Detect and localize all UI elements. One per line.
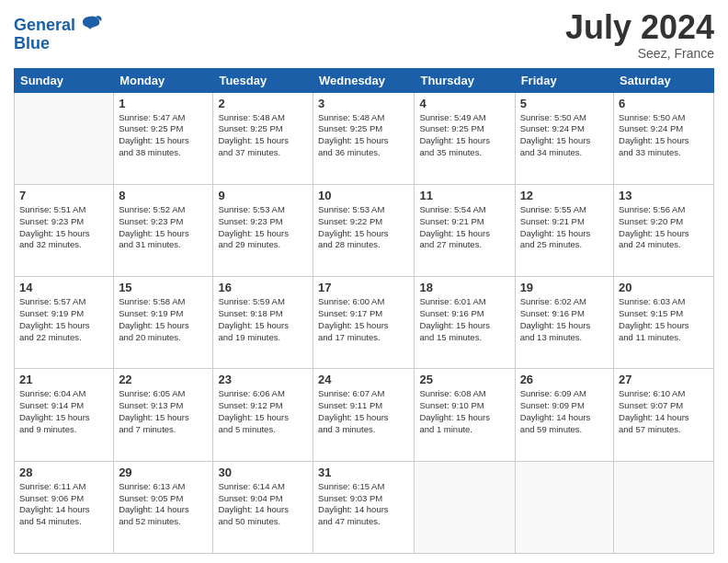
day-number: 12	[520, 189, 609, 202]
day-number: 20	[619, 281, 709, 294]
logo-text: General	[14, 17, 75, 35]
calendar-cell: 29Sunrise: 6:13 AMSunset: 9:05 PMDayligh…	[114, 461, 213, 553]
day-number: 16	[218, 281, 308, 294]
day-info: Sunrise: 6:00 AMSunset: 9:17 PMDaylight:…	[318, 296, 409, 343]
day-info: Sunrise: 5:57 AMSunset: 9:19 PMDaylight:…	[19, 296, 108, 343]
day-number: 3	[318, 97, 409, 110]
calendar-cell: 31Sunrise: 6:15 AMSunset: 9:03 PMDayligh…	[313, 461, 415, 553]
day-number: 4	[419, 97, 509, 110]
day-info: Sunrise: 5:50 AMSunset: 9:24 PMDaylight:…	[520, 112, 609, 159]
day-info: Sunrise: 6:04 AMSunset: 9:14 PMDaylight:…	[19, 388, 108, 435]
day-number: 9	[218, 189, 308, 202]
day-number: 30	[218, 465, 308, 479]
header: General Blue July 2024 Seez, France	[14, 9, 714, 61]
day-info: Sunrise: 5:56 AMSunset: 9:20 PMDaylight:…	[619, 204, 709, 251]
page: General Blue July 2024 Seez, France Sund…	[0, 0, 728, 563]
header-thursday: Thursday	[415, 68, 515, 92]
calendar-cell: 6Sunrise: 5:50 AMSunset: 9:24 PMDaylight…	[614, 92, 714, 184]
day-number: 29	[119, 465, 208, 479]
day-info: Sunrise: 5:53 AMSunset: 9:22 PMDaylight:…	[318, 204, 409, 251]
day-info: Sunrise: 6:07 AMSunset: 9:11 PMDaylight:…	[318, 388, 409, 435]
calendar-cell	[415, 461, 515, 553]
day-info: Sunrise: 6:15 AMSunset: 9:03 PMDaylight:…	[318, 481, 409, 528]
calendar-cell: 1Sunrise: 5:47 AMSunset: 9:25 PMDaylight…	[114, 92, 213, 184]
calendar-cell	[515, 461, 613, 553]
day-number: 6	[619, 97, 709, 110]
calendar-cell: 27Sunrise: 6:10 AMSunset: 9:07 PMDayligh…	[614, 369, 714, 461]
day-number: 13	[619, 189, 709, 202]
day-number: 5	[520, 97, 609, 110]
calendar-cell: 13Sunrise: 5:56 AMSunset: 9:20 PMDayligh…	[614, 184, 714, 276]
day-number: 10	[318, 189, 409, 202]
calendar-cell: 8Sunrise: 5:52 AMSunset: 9:23 PMDaylight…	[114, 184, 213, 276]
header-friday: Friday	[515, 68, 613, 92]
day-number: 2	[218, 97, 308, 110]
calendar-cell: 24Sunrise: 6:07 AMSunset: 9:11 PMDayligh…	[313, 369, 415, 461]
day-number: 1	[119, 97, 208, 110]
day-info: Sunrise: 6:09 AMSunset: 9:09 PMDaylight:…	[520, 388, 609, 435]
day-info: Sunrise: 5:47 AMSunset: 9:25 PMDaylight:…	[119, 112, 208, 159]
calendar-cell: 10Sunrise: 5:53 AMSunset: 9:22 PMDayligh…	[313, 184, 415, 276]
day-info: Sunrise: 6:11 AMSunset: 9:06 PMDaylight:…	[19, 481, 108, 528]
calendar-cell: 4Sunrise: 5:49 AMSunset: 9:25 PMDaylight…	[415, 92, 515, 184]
calendar-cell: 16Sunrise: 5:59 AMSunset: 9:18 PMDayligh…	[213, 277, 313, 369]
day-number: 22	[119, 373, 208, 386]
header-saturday: Saturday	[614, 68, 714, 92]
calendar-cell: 26Sunrise: 6:09 AMSunset: 9:09 PMDayligh…	[515, 369, 613, 461]
day-info: Sunrise: 6:02 AMSunset: 9:16 PMDaylight:…	[520, 296, 609, 343]
calendar-cell	[614, 461, 714, 553]
calendar-cell: 17Sunrise: 6:00 AMSunset: 9:17 PMDayligh…	[313, 277, 415, 369]
calendar-cell: 9Sunrise: 5:53 AMSunset: 9:23 PMDaylight…	[213, 184, 313, 276]
day-number: 18	[419, 281, 509, 294]
logo-bird-icon	[77, 13, 103, 39]
day-info: Sunrise: 5:49 AMSunset: 9:25 PMDaylight:…	[419, 112, 509, 159]
day-info: Sunrise: 6:14 AMSunset: 9:04 PMDaylight:…	[218, 481, 308, 528]
header-tuesday: Tuesday	[213, 68, 313, 92]
day-info: Sunrise: 5:55 AMSunset: 9:21 PMDaylight:…	[520, 204, 609, 251]
logo: General Blue	[14, 13, 103, 53]
calendar-cell: 3Sunrise: 5:48 AMSunset: 9:25 PMDaylight…	[313, 92, 415, 184]
day-number: 14	[19, 281, 108, 294]
calendar-cell: 22Sunrise: 6:05 AMSunset: 9:13 PMDayligh…	[114, 369, 213, 461]
header-sunday: Sunday	[15, 68, 114, 92]
calendar-table: SundayMondayTuesdayWednesdayThursdayFrid…	[14, 68, 714, 554]
calendar-cell: 25Sunrise: 6:08 AMSunset: 9:10 PMDayligh…	[415, 369, 515, 461]
day-number: 11	[419, 189, 509, 202]
day-number: 15	[119, 281, 208, 294]
day-info: Sunrise: 5:51 AMSunset: 9:23 PMDaylight:…	[19, 204, 108, 251]
week-row-3: 14Sunrise: 5:57 AMSunset: 9:19 PMDayligh…	[15, 277, 714, 369]
day-info: Sunrise: 5:53 AMSunset: 9:23 PMDaylight:…	[218, 204, 308, 251]
calendar-cell: 19Sunrise: 6:02 AMSunset: 9:16 PMDayligh…	[515, 277, 613, 369]
day-number: 7	[19, 189, 108, 202]
header-wednesday: Wednesday	[313, 68, 415, 92]
month-title: July 2024	[565, 9, 714, 46]
day-number: 27	[619, 373, 709, 386]
day-number: 23	[218, 373, 308, 386]
calendar-cell: 30Sunrise: 6:14 AMSunset: 9:04 PMDayligh…	[213, 461, 313, 553]
day-info: Sunrise: 5:52 AMSunset: 9:23 PMDaylight:…	[119, 204, 208, 251]
calendar-cell: 12Sunrise: 5:55 AMSunset: 9:21 PMDayligh…	[515, 184, 613, 276]
day-number: 26	[520, 373, 609, 386]
day-info: Sunrise: 6:13 AMSunset: 9:05 PMDaylight:…	[119, 481, 208, 528]
calendar-cell: 28Sunrise: 6:11 AMSunset: 9:06 PMDayligh…	[15, 461, 114, 553]
calendar-cell	[15, 92, 114, 184]
header-monday: Monday	[114, 68, 213, 92]
day-number: 31	[318, 465, 409, 479]
day-info: Sunrise: 6:10 AMSunset: 9:07 PMDaylight:…	[619, 388, 709, 435]
week-row-5: 28Sunrise: 6:11 AMSunset: 9:06 PMDayligh…	[15, 461, 714, 553]
week-row-4: 21Sunrise: 6:04 AMSunset: 9:14 PMDayligh…	[15, 369, 714, 461]
day-info: Sunrise: 5:50 AMSunset: 9:24 PMDaylight:…	[619, 112, 709, 159]
calendar-cell: 23Sunrise: 6:06 AMSunset: 9:12 PMDayligh…	[213, 369, 313, 461]
day-number: 25	[419, 373, 509, 386]
calendar-cell: 21Sunrise: 6:04 AMSunset: 9:14 PMDayligh…	[15, 369, 114, 461]
calendar-cell: 7Sunrise: 5:51 AMSunset: 9:23 PMDaylight…	[15, 184, 114, 276]
calendar-cell: 18Sunrise: 6:01 AMSunset: 9:16 PMDayligh…	[415, 277, 515, 369]
day-info: Sunrise: 5:59 AMSunset: 9:18 PMDaylight:…	[218, 296, 308, 343]
day-info: Sunrise: 5:48 AMSunset: 9:25 PMDaylight:…	[318, 112, 409, 159]
day-info: Sunrise: 6:01 AMSunset: 9:16 PMDaylight:…	[419, 296, 509, 343]
day-info: Sunrise: 6:08 AMSunset: 9:10 PMDaylight:…	[419, 388, 509, 435]
day-info: Sunrise: 5:54 AMSunset: 9:21 PMDaylight:…	[419, 204, 509, 251]
day-info: Sunrise: 5:48 AMSunset: 9:25 PMDaylight:…	[218, 112, 308, 159]
day-number: 17	[318, 281, 409, 294]
calendar-cell: 2Sunrise: 5:48 AMSunset: 9:25 PMDaylight…	[213, 92, 313, 184]
